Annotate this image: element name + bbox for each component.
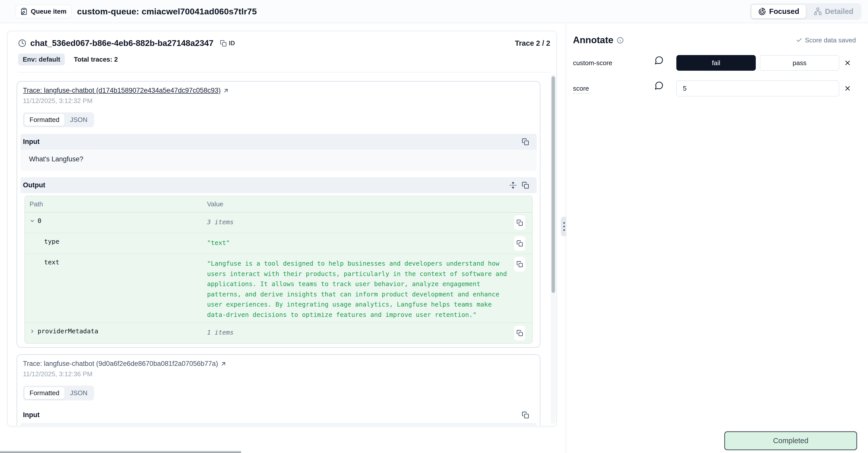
trace-2-timestamp: 11/12/2025, 3:12:36 PM	[23, 370, 537, 378]
trace-2-input-section: Input How to get user feedback in my tra…	[21, 407, 537, 425]
tab-json[interactable]: JSON	[65, 114, 93, 126]
clock-icon	[18, 39, 26, 47]
score-name-label: custom-score	[573, 59, 654, 67]
env-badge: Env: default	[18, 54, 65, 65]
trace-1-output-section: Output Path Value 0 3 items	[21, 177, 537, 344]
copy-icon	[220, 40, 227, 47]
copy-icon[interactable]	[522, 181, 529, 189]
trace-1-format-tabs: Formatted JSON	[23, 112, 94, 127]
score-name-label: score	[573, 85, 589, 93]
trace-2-format-tabs: Formatted JSON	[23, 386, 94, 400]
table-row: providerMetadata 1 items	[25, 323, 532, 343]
tab-json[interactable]: JSON	[65, 387, 93, 399]
comment-bubble-icon[interactable]	[654, 81, 676, 90]
queue-item-label: Queue item	[31, 7, 67, 16]
copy-row-button[interactable]	[514, 236, 526, 251]
save-status-label: Score data saved	[805, 36, 856, 44]
copy-row-button[interactable]	[514, 325, 526, 341]
annotate-title: Annotate	[573, 35, 613, 46]
panel-divider	[566, 23, 566, 453]
trace-counter: Trace 2 / 2	[515, 39, 550, 48]
save-status: Score data saved	[796, 36, 856, 44]
row-value: 1 items	[207, 325, 514, 338]
copy-icon	[517, 220, 523, 226]
external-link-icon	[220, 361, 227, 367]
external-link-icon	[223, 87, 229, 94]
scrollbar-thumb[interactable]	[552, 76, 555, 293]
view-mode-toggle: Focused Detailed	[750, 3, 862, 20]
value-column-header: Value	[207, 200, 528, 208]
queue-item-badge: Queue item	[16, 5, 71, 18]
copy-row-button[interactable]	[514, 257, 526, 272]
copy-icon	[517, 261, 523, 267]
goal-icon	[758, 7, 766, 16]
annotation-queue-page: Queue item custom-queue: cmiacwel70041ad…	[0, 0, 868, 453]
annotate-panel: Annotate Score data saved custom-score f…	[566, 23, 868, 427]
focused-view-button[interactable]: Focused	[751, 5, 806, 18]
trace-1-link[interactable]: Trace: langfuse-chatbot (d174b1589072e43…	[23, 87, 221, 94]
trace-2-input-text: How to get user feedback in my traces?	[21, 423, 537, 425]
trace-1-input-section: Input What's Langfuse?	[21, 134, 537, 171]
score-row-custom-score: custom-score fail pass	[573, 55, 856, 71]
table-row: 0 3 items	[25, 213, 532, 233]
check-icon	[796, 37, 802, 44]
input-label: Input	[23, 138, 39, 146]
remove-score-button[interactable]	[844, 85, 851, 92]
score-row-score: score	[573, 80, 856, 96]
clipboard-pen-icon	[20, 7, 28, 15]
info-icon[interactable]	[617, 37, 624, 44]
chevron-down-icon[interactable]	[30, 218, 35, 224]
focused-label: Focused	[769, 7, 799, 16]
page-title: custom-queue: cmiacwel70041ad060s7tlr75	[77, 6, 257, 17]
row-value: "Langfuse is a tool designed to help bus…	[207, 257, 514, 320]
score-option-pass[interactable]: pass	[760, 55, 839, 71]
tab-formatted[interactable]: Formatted	[25, 114, 65, 126]
trace-card-1: Trace: langfuse-chatbot (d174b1589072e43…	[17, 81, 540, 348]
bottom-edge-scrollbar	[0, 451, 241, 453]
copy-icon[interactable]	[522, 138, 529, 145]
output-json-table: Path Value 0 3 items type "text"	[25, 196, 533, 344]
copy-icon	[517, 240, 523, 247]
comment-bubble-icon[interactable]	[654, 56, 676, 65]
row-path: providerMetadata	[38, 328, 98, 335]
row-path: type	[44, 238, 59, 245]
table-row: text "Langfuse is a tool designed to hel…	[25, 254, 532, 323]
trace-1-timestamp: 11/12/2025, 3:12:32 PM	[23, 97, 537, 105]
copy-icon	[517, 330, 523, 336]
row-path: text	[44, 259, 59, 266]
close-icon	[844, 85, 851, 92]
path-column-header: Path	[30, 200, 207, 208]
row-value: "text"	[207, 236, 514, 248]
input-label: Input	[23, 411, 39, 419]
queue-item-card: chat_536ed067-b86e-4eb6-882b-ba27148a234…	[7, 31, 557, 426]
tab-formatted[interactable]: Formatted	[25, 387, 65, 399]
expand-vertical-icon[interactable]	[509, 181, 517, 189]
tree-icon	[814, 7, 822, 16]
score-option-fail[interactable]: fail	[676, 55, 756, 71]
trace-1-input-text: What's Langfuse?	[21, 150, 537, 171]
queue-item-card-header: chat_536ed067-b86e-4eb6-882b-ba27148a234…	[7, 31, 556, 73]
copy-id-button[interactable]: ID	[220, 40, 235, 47]
score-value-input[interactable]	[676, 80, 839, 96]
copy-icon[interactable]	[522, 411, 529, 419]
id-label: ID	[229, 40, 235, 47]
row-path: 0	[38, 217, 41, 225]
chevron-right-icon[interactable]	[30, 329, 35, 334]
row-value: 3 items	[207, 215, 514, 227]
completed-button[interactable]: Completed	[724, 431, 857, 450]
trace-card-2: Trace: langfuse-chatbot (9d0a6f2e6de8670…	[17, 354, 540, 425]
table-row: type "text"	[25, 233, 532, 254]
chat-session-title: chat_536ed067-b86e-4eb6-882b-ba27148a234…	[30, 38, 213, 48]
detailed-view-button[interactable]: Detailed	[807, 5, 860, 18]
top-bar: Queue item custom-queue: cmiacwel70041ad…	[0, 0, 868, 23]
traces-scroll-area: Trace: langfuse-chatbot (d174b1589072e43…	[7, 73, 556, 425]
total-traces-label: Total traces: 2	[74, 56, 118, 63]
remove-score-button[interactable]	[844, 59, 851, 67]
detailed-label: Detailed	[825, 7, 854, 16]
output-label: Output	[23, 181, 45, 189]
vertical-scrollbar[interactable]	[551, 74, 556, 424]
close-icon	[844, 59, 851, 67]
trace-2-link[interactable]: Trace: langfuse-chatbot (9d0a6f2e6de8670…	[23, 360, 218, 368]
copy-row-button[interactable]	[514, 215, 526, 230]
